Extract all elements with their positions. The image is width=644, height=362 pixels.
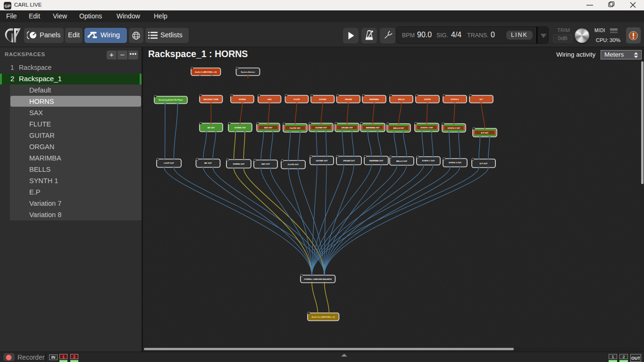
svg-text:BELLS: BELLS [398, 98, 405, 101]
svg-text:FLUTE OUT: FLUTE OUT [288, 163, 299, 166]
svg-text:E.P VST: E.P VST [481, 132, 489, 134]
svg-text:SAX: SAX [268, 98, 272, 101]
svg-text:SYNTH 1 VST: SYNTH 1 VST [420, 126, 433, 129]
svg-text:BACKING TONE: BACKING TONE [203, 98, 218, 101]
svg-text:ORGAN OUT: ORGAN OUT [343, 160, 355, 162]
svg-text:Audio Out (ABiOHALL v3): Audio Out (ABiOHALL v3) [312, 316, 335, 318]
svg-text:E.P: E.P [480, 98, 483, 101]
svg-text:HORNS: HORNS [239, 98, 246, 101]
svg-text:SAX OUT: SAX OUT [261, 163, 270, 165]
svg-text:GUITAR VST: GUITAR VST [315, 126, 327, 129]
svg-text:FLUTE: FLUTE [293, 98, 300, 101]
svg-text:MARIMBA VST: MARIMBA VST [366, 126, 380, 129]
svg-text:GP: GP [4, 4, 10, 8]
svg-text:MARIMBA OUT: MARIMBA OUT [369, 160, 384, 162]
svg-text:SYNTH 2: SYNTH 2 [451, 98, 459, 101]
svg-text:ORGAN VST: ORGAN VST [341, 126, 353, 129]
svg-text:LOOP OUT: LOOP OUT [164, 162, 174, 164]
svg-text:OVERALL GAIN AND BALANCE: OVERALL GAIN AND BALANCE [304, 278, 332, 280]
svg-text:HORNS VST: HORNS VST [234, 126, 246, 129]
svg-text:Streaming Audio File Player: Streaming Audio File Player [159, 99, 183, 101]
svg-text:SYNTH 1 OUT: SYNTH 1 OUT [422, 160, 435, 162]
svg-text:SYNTH 2 OUT: SYNTH 2 OUT [449, 161, 462, 164]
svg-text:BELLS OUT: BELLS OUT [396, 160, 408, 162]
svg-text:System Actions: System Actions [241, 71, 256, 73]
svg-text:GUITAR OUT: GUITAR OUT [316, 160, 328, 162]
svg-text:BELLS VST: BELLS VST [393, 127, 404, 129]
svg-text:HORNS OUT: HORNS OUT [233, 163, 245, 165]
svg-text:MARIMBA: MARIMBA [369, 98, 379, 101]
svg-text:GUITAR: GUITAR [319, 98, 326, 101]
svg-text:E.P OUT: E.P OUT [480, 162, 488, 165]
svg-text:SYNTH: SYNTH [424, 98, 431, 101]
svg-text:SAX VST: SAX VST [264, 126, 273, 129]
svg-text:BK OUT: BK OUT [204, 162, 212, 164]
svg-text:ORGAN: ORGAN [345, 98, 352, 101]
svg-text:SYNTH 2 VST: SYNTH 2 VST [448, 127, 460, 129]
svg-text:BK VST: BK VST [208, 126, 215, 129]
svg-text:Audio In (ABiOHALL v3): Audio In (ABiOHALL v3) [195, 71, 217, 73]
svg-text:FLUTE VST: FLUTE VST [290, 127, 301, 129]
